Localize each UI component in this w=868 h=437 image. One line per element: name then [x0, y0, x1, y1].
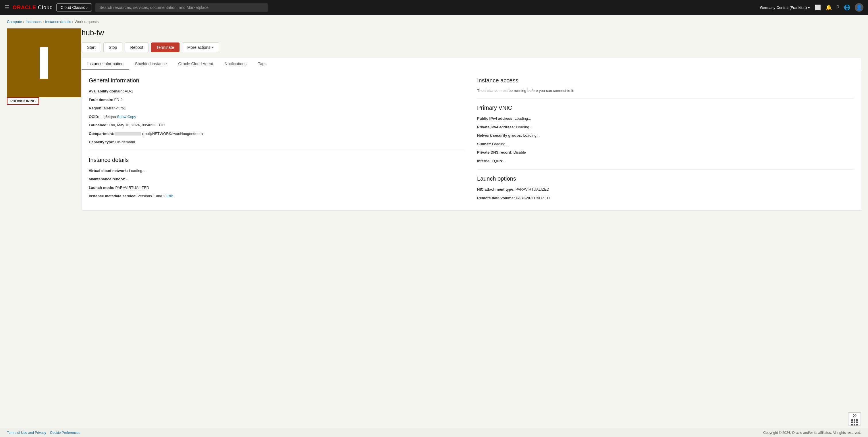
private-ipv4-label: Private IPv4 address: [477, 125, 515, 129]
private-dns-row: Private DNS record: Disable [477, 150, 854, 155]
vcn-value: Loading... [129, 168, 145, 173]
fault-domain-value: FD-2 [114, 98, 123, 102]
ocid-copy-link[interactable]: Copy [127, 115, 136, 119]
breadcrumb-sep-1: › [23, 20, 24, 24]
maintenance-row: Maintenance reboot: - [89, 176, 466, 182]
breadcrumb-work-requests: Work requests [75, 20, 99, 24]
subnet-row: Subnet: Loading... [477, 141, 854, 147]
more-actions-arrow-icon: ▾ [212, 45, 214, 50]
maintenance-label: Maintenance reboot: [89, 177, 125, 181]
general-info-title: General information [89, 77, 466, 84]
more-actions-button[interactable]: More actions ▾ [182, 42, 219, 52]
cloud-shell-icon[interactable]: ⬜ [814, 4, 821, 11]
breadcrumb-sep-2: › [43, 20, 44, 24]
private-dns-value: Disable [513, 150, 526, 154]
reboot-button[interactable]: Reboot [125, 42, 149, 52]
nsg-row: Network security groups: Loading... [477, 133, 854, 138]
search-input[interactable] [95, 3, 268, 12]
fault-domain-row: Fault domain: FD-2 [89, 97, 466, 103]
capacity-type-label: Capacity type: [89, 140, 114, 144]
terminate-button[interactable]: Terminate [151, 42, 180, 52]
instance-image-panel: PROVISIONING [7, 28, 82, 211]
compartment-redacted [115, 132, 141, 135]
instance-access-title: Instance access [477, 77, 854, 84]
tab-tags[interactable]: Tags [252, 58, 272, 70]
tab-notifications[interactable]: Notifications [219, 58, 252, 70]
internal-fqdn-value: - [504, 159, 505, 163]
remote-data-row: Remote data volume: PARAVIRTUALIZED [477, 195, 854, 201]
internal-fqdn-row: Internal FQDN: - [477, 158, 854, 164]
launched-value: Thu, May 16, 2024, 09:40:33 UTC [108, 123, 165, 127]
primary-vnic-title: Primary VNIC [477, 104, 854, 111]
instance-metadata-edit-link[interactable]: Edit [166, 194, 173, 198]
launched-label: Launched: [89, 123, 108, 127]
top-navigation: ☰ ORACLE Cloud Cloud Classic › Germany C… [0, 0, 868, 15]
action-buttons: Start Stop Reboot Terminate More actions… [82, 42, 861, 52]
main-layout: PROVISIONING hub-fw Start Stop Reboot Te… [7, 28, 861, 211]
remote-data-label: Remote data volume: [477, 196, 515, 200]
ocid-label: OCID: [89, 115, 99, 119]
availability-domain-row: Availability domain: AD-1 [89, 88, 466, 94]
breadcrumb-instances[interactable]: Instances [26, 20, 42, 24]
instance-thumbnail [7, 28, 81, 97]
nsg-value: Loading... [523, 133, 539, 137]
ocid-show-link[interactable]: Show [117, 115, 126, 119]
private-ipv4-row: Private IPv4 address: Loading... [477, 124, 854, 130]
start-button[interactable]: Start [82, 42, 101, 52]
right-panel: hub-fw Start Stop Reboot Terminate More … [82, 28, 861, 211]
tab-content: General information Availability domain:… [82, 70, 861, 211]
oracle-logo: ORACLE Cloud [13, 5, 53, 11]
breadcrumb-sep-3: › [72, 20, 73, 24]
availability-domain-label: Availability domain: [89, 89, 124, 93]
breadcrumb: Compute › Instances › Instance details ›… [7, 20, 861, 24]
tab-instance-information[interactable]: Instance information [82, 58, 129, 70]
instance-logo [40, 47, 48, 79]
nav-right: Germany Central (Frankfurt) ▾ ⬜ 🔔 ? 🌐 👤 [760, 3, 863, 12]
region-row: Region: eu-frankfurt-1 [89, 105, 466, 111]
stop-button[interactable]: Stop [103, 42, 123, 52]
breadcrumb-instance-details[interactable]: Instance details [45, 20, 71, 24]
launch-mode-value: PARAVIRTUALIZED [115, 186, 149, 190]
instance-metadata-value: Versions 1 and 2 [137, 194, 165, 198]
tab-oracle-cloud-agent[interactable]: Oracle Cloud Agent [173, 58, 219, 70]
provisioning-badge: PROVISIONING [7, 97, 39, 105]
compartment-row: Compartment: (root)/NETWORK/IwanHoogendo… [89, 131, 466, 137]
nic-value: PARAVIRTUALIZED [516, 187, 550, 191]
vcn-row: Virtual cloud network: Loading... [89, 168, 466, 174]
nic-row: NIC attachment type: PARAVIRTUALIZED [477, 187, 854, 192]
page-content: Compute › Instances › Instance details ›… [0, 15, 868, 215]
hamburger-menu[interactable]: ☰ [5, 4, 9, 11]
public-ipv4-value: Loading... [515, 116, 531, 121]
breadcrumb-compute[interactable]: Compute [7, 20, 22, 24]
instance-metadata-label: Instance metadata service: [89, 194, 136, 198]
launch-mode-label: Launch mode: [89, 186, 114, 190]
compartment-value: (root)/NETWORK/IwanHoogendoorn [142, 131, 203, 136]
help-icon[interactable]: ? [836, 5, 839, 11]
oracle-text: ORACLE [13, 5, 36, 10]
info-columns: General information Availability domain:… [89, 77, 854, 204]
tab-shielded-instance[interactable]: Shielded instance [129, 58, 173, 70]
language-icon[interactable]: 🌐 [844, 4, 850, 11]
remote-data-value: PARAVIRTUALIZED [516, 196, 550, 200]
notifications-bell-icon[interactable]: 🔔 [826, 4, 832, 11]
public-ipv4-label: Public IPv4 address: [477, 116, 514, 121]
left-info-column: General information Availability domain:… [89, 77, 466, 204]
availability-domain-value: AD-1 [125, 89, 133, 93]
cloud-classic-button[interactable]: Cloud Classic › [56, 3, 92, 11]
nsg-label: Network security groups: [477, 133, 522, 137]
compartment-label: Compartment: [89, 131, 114, 136]
ocid-row: OCID: ...g64qna Show Copy [89, 114, 466, 120]
instance-title: hub-fw [82, 28, 861, 37]
instance-access-description: The instance must be running before you … [477, 88, 854, 93]
public-ipv4-row: Public IPv4 address: Loading... [477, 116, 854, 121]
subnet-value: Loading... [492, 142, 508, 146]
internal-fqdn-label: Internal FQDN: [477, 159, 503, 163]
fault-domain-label: Fault domain: [89, 98, 113, 102]
instance-details-title: Instance details [89, 157, 466, 163]
region-selector[interactable]: Germany Central (Frankfurt) ▾ [760, 5, 810, 10]
maintenance-value: - [126, 177, 127, 181]
user-avatar[interactable]: 👤 [855, 3, 863, 12]
vcn-label: Virtual cloud network: [89, 168, 128, 173]
launch-options-title: Launch options [477, 176, 854, 182]
private-dns-label: Private DNS record: [477, 150, 513, 154]
